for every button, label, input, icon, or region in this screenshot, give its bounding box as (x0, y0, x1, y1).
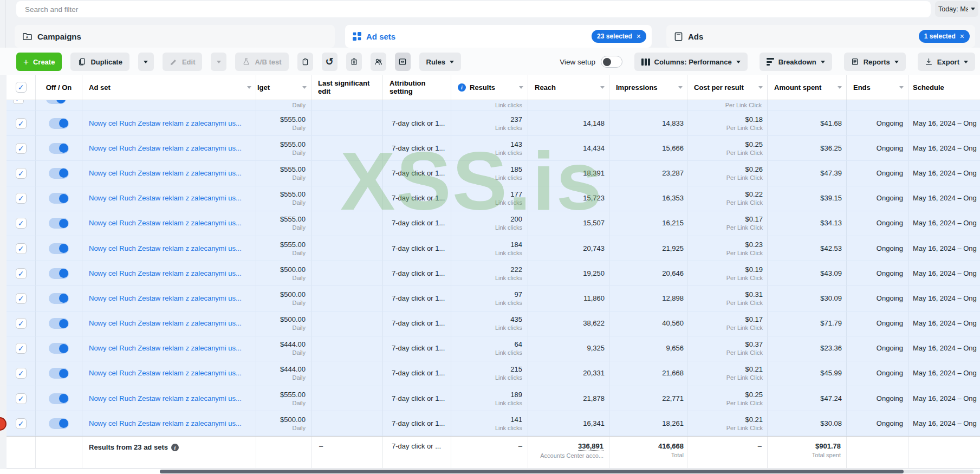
edit-button[interactable]: Edit (163, 53, 203, 71)
header-impressions[interactable]: Impressions (609, 75, 687, 100)
sort-caret-icon[interactable] (519, 86, 523, 89)
header-ends[interactable]: Ends (847, 75, 908, 100)
header-results[interactable]: i Results (451, 75, 528, 100)
adsets-selected-badge[interactable]: 23 selected × (592, 30, 646, 43)
sort-caret-icon[interactable] (678, 86, 683, 89)
status-toggle[interactable] (49, 268, 69, 279)
row-checkbox[interactable]: ✓ (16, 243, 27, 254)
horizontal-scrollbar-track[interactable] (160, 470, 973, 473)
status-toggle[interactable] (49, 168, 69, 179)
adset-name-link[interactable]: Nowy cel Ruch Zestaw reklam z zalecanymi… (82, 169, 256, 178)
status-toggle[interactable] (49, 293, 69, 304)
breakdown-button[interactable]: Breakdown (760, 53, 832, 71)
sort-caret-icon[interactable] (600, 86, 605, 89)
duplicate-dropdown-button[interactable] (138, 53, 154, 71)
ends-cell: Ongoing (847, 361, 908, 386)
status-toggle[interactable] (49, 193, 69, 204)
status-toggle[interactable] (49, 118, 69, 129)
adset-name-link[interactable]: Nowy cel Ruch Zestaw reklam z zalecanymi… (82, 269, 256, 278)
header-attribution-setting[interactable]: Attribution setting (383, 75, 451, 100)
ab-test-button[interactable]: A/B test (235, 53, 288, 71)
adset-name-link[interactable]: Nowy cel Ruch Zestaw reklam z zalecanymi… (82, 419, 256, 428)
status-toggle[interactable] (49, 143, 69, 154)
edit-dropdown-button[interactable] (211, 53, 226, 71)
undo-button[interactable]: ↺ (322, 53, 338, 71)
header-amount-spent[interactable]: Amount spent (768, 75, 847, 100)
header-schedule[interactable]: Schedule (908, 75, 980, 100)
adset-name-link[interactable]: Nowy cel Ruch Zestaw reklam z zalecanymi… (82, 319, 256, 328)
close-icon[interactable]: × (960, 32, 964, 41)
sort-caret-icon[interactable] (247, 86, 251, 89)
ads-selected-badge[interactable]: 1 selected × (919, 30, 970, 43)
assign-people-button[interactable] (371, 53, 386, 71)
sort-caret-icon[interactable] (838, 86, 842, 89)
header-off-on[interactable]: Off / On (36, 75, 82, 100)
header-last-significant-edit[interactable]: Last significant edit (311, 75, 383, 100)
impressions-value: 21,925 (662, 244, 684, 253)
info-icon[interactable]: i (171, 444, 179, 451)
adset-name-link[interactable]: Nowy cel Ruch Zestaw reklam z zalecanymi… (82, 294, 256, 303)
reports-button[interactable]: Reports (844, 53, 906, 71)
horizontal-scrollbar-thumb[interactable] (160, 470, 904, 473)
delete-button[interactable] (346, 53, 362, 71)
tab-campaigns[interactable]: A Campaigns (15, 25, 335, 48)
sort-caret-icon[interactable] (758, 86, 763, 89)
impressions-cell: 16,215 (609, 211, 687, 236)
attribution-cell: 7-day click or 1... (383, 411, 451, 436)
row-checkbox[interactable]: ✓ (16, 343, 27, 354)
row-checkbox[interactable]: ✓ (16, 143, 27, 154)
footer-reach-total[interactable]: 336,891 (578, 442, 603, 451)
status-toggle[interactable] (49, 318, 69, 329)
close-icon[interactable]: × (637, 32, 641, 41)
pin-clipboard-button[interactable] (297, 53, 313, 71)
row-checkbox[interactable]: ✓ (16, 218, 27, 229)
open-in-panel-button[interactable] (395, 53, 411, 71)
status-toggle[interactable] (49, 393, 69, 404)
status-toggle[interactable] (46, 100, 66, 104)
row-checkbox[interactable]: ✓ (13, 100, 24, 104)
adset-name-link[interactable]: Nowy cel Ruch Zestaw reklam z zalecanymi… (82, 369, 256, 378)
search-bar[interactable] (16, 1, 931, 17)
header-budget-truncated[interactable]: lget (256, 75, 311, 100)
adset-name-link[interactable]: Nowy cel Ruch Zestaw reklam z zalecanymi… (82, 119, 256, 128)
create-button[interactable]: + Create (16, 53, 62, 71)
export-button[interactable]: Export (918, 53, 975, 71)
adset-name-link[interactable]: Nowy cel Ruch Zestaw reklam z zalecanymi… (82, 244, 256, 253)
adset-name-link[interactable]: Nowy cel Ruch Zestaw reklam z zalecanymi… (82, 194, 256, 203)
sort-caret-icon[interactable] (899, 86, 904, 89)
row-checkbox[interactable]: ✓ (16, 193, 27, 204)
status-toggle[interactable] (49, 218, 69, 229)
row-checkbox[interactable]: ✓ (16, 293, 27, 304)
search-input[interactable] (25, 5, 922, 14)
cost-value: $0.23 (745, 241, 763, 249)
header-ad-set[interactable]: Ad set (82, 75, 256, 100)
status-toggle[interactable] (49, 418, 69, 429)
adset-name-link[interactable]: Nowy cel Ruch Zestaw reklam z zalecanymi… (82, 394, 256, 403)
adset-name-link[interactable]: Nowy cel Ruch Zestaw reklam z zalecanymi… (82, 344, 256, 353)
header-reach[interactable]: Reach (528, 75, 609, 100)
row-checkbox[interactable]: ✓ (16, 418, 27, 429)
columns-button[interactable]: Columns: Performance (634, 53, 748, 71)
duplicate-button[interactable]: Duplicate (70, 53, 129, 71)
status-toggle[interactable] (49, 368, 69, 379)
sort-caret-icon[interactable] (302, 86, 307, 89)
select-all-checkbox[interactable]: ✓ (16, 82, 27, 93)
status-toggle[interactable] (49, 343, 69, 354)
row-checkbox[interactable]: ✓ (16, 168, 27, 179)
adset-name-link[interactable]: Nowy cel Ruch Zestaw reklam z zalecanymi… (82, 144, 256, 153)
row-checkbox[interactable]: ✓ (16, 368, 27, 379)
rules-button[interactable]: Rules (419, 53, 461, 71)
impressions-cell: 40,560 (609, 311, 687, 336)
tab-ads[interactable]: Ads 1 selected × (666, 25, 975, 48)
row-checkbox[interactable]: ✓ (16, 393, 27, 404)
header-cost-per-result[interactable]: Cost per result (687, 75, 768, 100)
status-toggle[interactable] (49, 243, 69, 254)
info-icon[interactable]: i (458, 83, 466, 92)
row-checkbox[interactable]: ✓ (16, 268, 27, 279)
view-setup-toggle[interactable] (601, 56, 622, 68)
row-checkbox[interactable]: ✓ (16, 318, 27, 329)
row-checkbox[interactable]: ✓ (16, 118, 27, 129)
date-range-selector[interactable]: Today: May 17, 2024 (935, 1, 978, 17)
adset-name-link[interactable]: Nowy cel Ruch Zestaw reklam z zalecanymi… (82, 219, 256, 228)
tab-adsets[interactable]: Ad sets 23 selected × (345, 25, 652, 48)
